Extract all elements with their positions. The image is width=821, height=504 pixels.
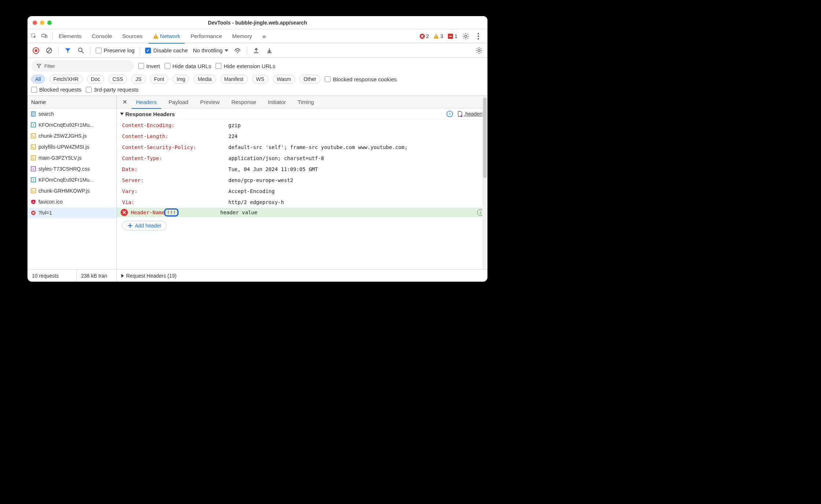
request-row[interactable]: chunk-GRHMKOWP.js: [27, 185, 117, 196]
request-row[interactable]: main-G3PZY5LV.js: [27, 152, 117, 163]
font-icon: T: [30, 122, 36, 128]
request-row[interactable]: TKFOmCnqEu92Fr1Mu...: [27, 119, 117, 130]
request-row[interactable]: favicon.ico: [27, 196, 117, 207]
js-icon: [30, 144, 36, 150]
devtools-window: DevTools - bubble-jingle.web.app/search …: [27, 16, 487, 282]
request-row[interactable]: chunk-Z5WZJGHS.js: [27, 130, 117, 141]
traffic-lights: [33, 21, 52, 25]
warning-count[interactable]: 3: [433, 33, 443, 39]
inspect-icon[interactable]: [31, 33, 37, 39]
header-row: Server:deno/gcp-europe-west2: [117, 175, 487, 186]
tab-sources[interactable]: Sources: [118, 29, 147, 43]
search-icon[interactable]: [77, 47, 85, 55]
type-fetch[interactable]: Fetch/XHR: [49, 75, 82, 84]
headers-file-link[interactable]: .headers: [457, 111, 484, 117]
scrollbar[interactable]: [482, 96, 487, 269]
header-value: http/2 edgeproxy-h: [228, 198, 484, 206]
svg-rect-6: [436, 35, 437, 37]
subtab-headers[interactable]: Headers: [132, 96, 161, 108]
subtab-initiator[interactable]: Initiator: [264, 96, 290, 108]
type-ws[interactable]: WS: [252, 75, 269, 84]
header-value: gzip: [228, 121, 484, 129]
network-conditions-icon[interactable]: [233, 47, 242, 55]
filter-input[interactable]: Filter: [31, 60, 134, 72]
request-row[interactable]: TKFOmCnqEu92Fr1Mu...: [27, 174, 117, 185]
type-all[interactable]: All: [31, 75, 45, 84]
zoom-window[interactable]: [47, 21, 52, 25]
request-name: KFOmCnqEu92Fr1Mu...: [38, 177, 94, 183]
header-value: 224: [228, 132, 484, 140]
tab-console[interactable]: Console: [88, 29, 117, 43]
delete-header-icon[interactable]: [121, 209, 128, 216]
error-count[interactable]: 2: [419, 33, 429, 39]
blocked-icon: [448, 33, 453, 39]
tab-performance[interactable]: Performance: [186, 29, 227, 43]
clear-button[interactable]: [45, 47, 53, 55]
js-icon: [30, 188, 36, 194]
type-js[interactable]: JS: [132, 75, 146, 84]
type-img[interactable]: Img: [173, 75, 189, 84]
settings-icon[interactable]: [462, 32, 470, 40]
tab-elements[interactable]: Elements: [54, 29, 86, 43]
record-button[interactable]: [32, 47, 40, 55]
type-other[interactable]: Other: [299, 75, 320, 84]
headers-content: Response Headers ? .headers Content-Enco…: [117, 108, 487, 269]
hide-data-checkbox[interactable]: Hide data URLs: [165, 63, 211, 69]
svg-rect-3: [155, 35, 156, 37]
subtab-timing[interactable]: Timing: [293, 96, 318, 108]
filter-icon[interactable]: [64, 47, 72, 55]
close-window[interactable]: [33, 21, 37, 25]
tab-more[interactable]: »: [258, 29, 270, 43]
new-header-row[interactable]: Header-Name!!! header value i: [117, 208, 487, 217]
request-name: favicon.ico: [38, 199, 63, 205]
request-name: styles-T73CSHRQ.css: [38, 166, 90, 172]
throttling-select[interactable]: No throttling: [193, 47, 228, 53]
svg-point-23: [478, 49, 480, 52]
request-headers-section[interactable]: Request Headers (19): [117, 270, 487, 282]
hide-ext-checkbox[interactable]: Hide extension URLs: [216, 63, 275, 69]
help-icon[interactable]: ?: [446, 111, 453, 117]
add-header-button[interactable]: Add header: [122, 221, 167, 230]
upload-icon[interactable]: [252, 47, 260, 55]
close-detail-icon[interactable]: ✕: [121, 98, 129, 106]
type-doc[interactable]: Doc: [87, 75, 104, 84]
response-headers-section[interactable]: Response Headers ? .headers: [117, 108, 487, 120]
request-row[interactable]: #styles-T73CSHRQ.css: [27, 163, 117, 174]
type-font[interactable]: Font: [150, 75, 168, 84]
blocked-count[interactable]: 1: [448, 33, 457, 39]
subtab-response[interactable]: Response: [227, 96, 261, 108]
third-party-checkbox[interactable]: 3rd-party requests: [86, 86, 139, 93]
subtab-payload[interactable]: Payload: [164, 96, 193, 108]
svg-point-12: [478, 36, 479, 37]
device-icon[interactable]: [41, 33, 47, 39]
request-row[interactable]: polyfills-UPW4ZMSI.js: [27, 141, 117, 152]
tab-network[interactable]: Network: [148, 29, 185, 43]
js-icon: [30, 133, 36, 139]
type-media[interactable]: Media: [194, 75, 216, 84]
blocked-requests-checkbox[interactable]: Blocked requests: [31, 86, 81, 93]
minimize-window[interactable]: [40, 21, 44, 25]
js-icon: [30, 155, 36, 161]
preserve-log-checkbox[interactable]: Preserve log: [96, 47, 135, 53]
invert-checkbox[interactable]: Invert: [138, 63, 160, 69]
tab-memory[interactable]: Memory: [228, 29, 257, 43]
download-icon[interactable]: [265, 47, 273, 55]
type-css[interactable]: CSS: [108, 75, 127, 84]
header-row: Content-Encoding:gzip: [117, 120, 487, 131]
warning-icon: [433, 33, 439, 39]
type-manifest[interactable]: Manifest: [220, 75, 248, 84]
blocked-cookies-checkbox[interactable]: Blocked response cookies: [325, 76, 397, 82]
header-row: Date:Tue, 04 Jun 2024 11:09:05 GMT: [117, 164, 487, 175]
name-header[interactable]: Name: [27, 96, 117, 108]
disable-cache-checkbox[interactable]: Disable cache: [145, 47, 188, 53]
request-row[interactable]: search: [27, 108, 117, 119]
kebab-icon[interactable]: [474, 32, 482, 40]
request-row[interactable]: ?lvl=1: [27, 207, 117, 218]
panel-settings-icon[interactable]: [475, 47, 483, 55]
request-name: search: [38, 111, 54, 117]
svg-rect-15: [35, 49, 37, 52]
svg-rect-31: [31, 145, 36, 149]
header-value: default-src 'self'; frame-src youtube.co…: [228, 143, 484, 151]
subtab-preview[interactable]: Preview: [196, 96, 224, 108]
type-wasm[interactable]: Wasm: [273, 75, 295, 84]
